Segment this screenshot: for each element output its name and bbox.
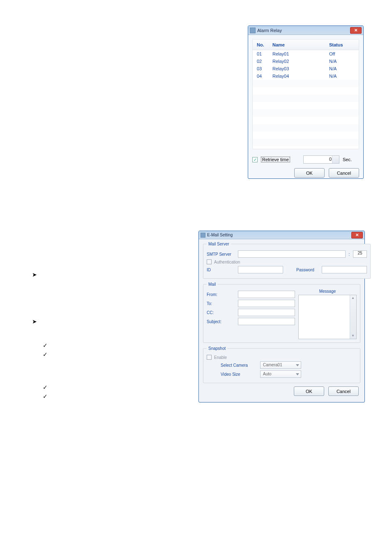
snapshot-group: Snapshot Enable Select Camera Camera01 V… [203,346,360,383]
col-no: No. [253,42,272,47]
relay-table-header: No. Name Status [253,39,359,50]
snapshot-enable-label: Enable [214,355,227,360]
alarm-relay-window: Alarm Relay ✕ No. Name Status 01 Relay01… [248,25,364,179]
cell-name: Relay02 [272,59,329,64]
table-row[interactable]: 02 Relay02 N/A [253,58,359,65]
mail-server-legend: Mail Server [207,242,231,246]
smtp-label: SMTP Server [207,252,235,257]
col-name: Name [272,42,329,47]
close-icon[interactable]: ✕ [350,27,362,34]
retrieve-time-checkbox[interactable]: ✓ [252,157,258,162]
app-icon [250,28,256,33]
table-row[interactable]: 04 Relay04 N/A [253,72,359,80]
cc-input[interactable] [238,309,295,316]
password-label: Password [296,268,319,272]
scroll-down-icon[interactable]: ▼ [351,334,355,338]
cell-no: 02 [253,59,272,64]
smtp-port-input[interactable]: 25 [353,250,367,258]
bullet-arrow: ➤ [32,318,37,325]
app-icon [201,233,205,238]
password-input[interactable] [322,266,367,273]
scroll-up-icon[interactable]: ▲ [351,296,355,300]
table-row[interactable]: 01 Relay01 Off [253,50,359,58]
smtp-input[interactable] [238,250,346,258]
cancel-button[interactable]: Cancel [328,386,359,396]
alarm-relay-title: Alarm Relay [257,28,282,33]
cell-name: Relay01 [272,51,329,56]
cell-no: 01 [253,51,272,56]
message-header: Message [298,289,357,295]
email-setting-titlebar[interactable]: E-Mail Setting ✕ [199,231,364,239]
retrieve-time-unit: Sec. [343,157,359,162]
ok-button[interactable]: OK [294,168,325,178]
auth-label: Authentication [214,260,240,264]
video-size-dropdown[interactable]: Auto [260,370,301,378]
snapshot-enable-checkbox[interactable] [207,355,212,360]
mail-legend: Mail [207,282,217,287]
retrieve-time-input[interactable]: 0 [303,155,339,164]
to-label: To: [207,301,235,306]
cell-status: N/A [329,59,359,64]
message-textarea[interactable]: ▲ ▼ [298,295,357,339]
cell-name: Relay03 [272,66,329,71]
cancel-button[interactable]: Cancel [329,168,359,178]
cell-name: Relay04 [272,74,329,79]
auth-checkbox[interactable] [207,259,212,264]
table-row[interactable]: 03 Relay03 N/A [253,65,359,72]
email-setting-title: E-Mail Setting [207,233,233,237]
retrieve-time-row: ✓ Retrieve time 0 Sec. [252,153,359,166]
snapshot-legend: Snapshot [207,346,227,351]
bullet-check: ✓ [43,342,48,349]
to-input[interactable] [238,300,295,307]
cc-label: CC: [207,310,235,315]
ok-button[interactable]: OK [294,386,324,396]
col-status: Status [329,42,359,47]
subject-label: Subject: [207,319,235,324]
select-camera-label: Select Camera [221,363,258,368]
cell-no: 03 [253,66,272,71]
relay-table: No. Name Status 01 Relay01 Off 02 Relay0… [252,39,359,149]
port-colon: : [348,252,350,257]
cell-status: N/A [329,66,359,71]
from-input[interactable] [238,291,295,298]
close-icon[interactable]: ✕ [351,232,363,238]
video-size-label: Video Size [221,372,258,377]
email-setting-window: E-Mail Setting ✕ Mail Server SMTP Server… [198,231,365,402]
bullet-check: ✓ [43,393,48,400]
id-label: ID [207,268,235,272]
bullet-arrow: ➤ [32,271,37,278]
mail-group: Mail From: To: CC: Subject: Message ▲ ▼ [203,282,360,343]
cell-status: Off [329,51,359,56]
cell-status: N/A [329,74,359,79]
mail-server-group: Mail Server SMTP Server : 25 Authenticat… [203,242,371,279]
alarm-relay-titlebar[interactable]: Alarm Relay ✕ [248,26,363,35]
empty-rows [253,80,359,146]
cell-no: 04 [253,74,272,79]
bullet-check: ✓ [43,351,48,358]
scrollbar[interactable]: ▲ ▼ [350,295,356,339]
id-input[interactable] [238,266,283,273]
from-label: From: [207,292,235,297]
retrieve-time-label: Retrieve time [261,157,290,162]
subject-input[interactable] [238,318,295,325]
select-camera-dropdown[interactable]: Camera01 [260,361,301,369]
bullet-check: ✓ [43,384,48,391]
